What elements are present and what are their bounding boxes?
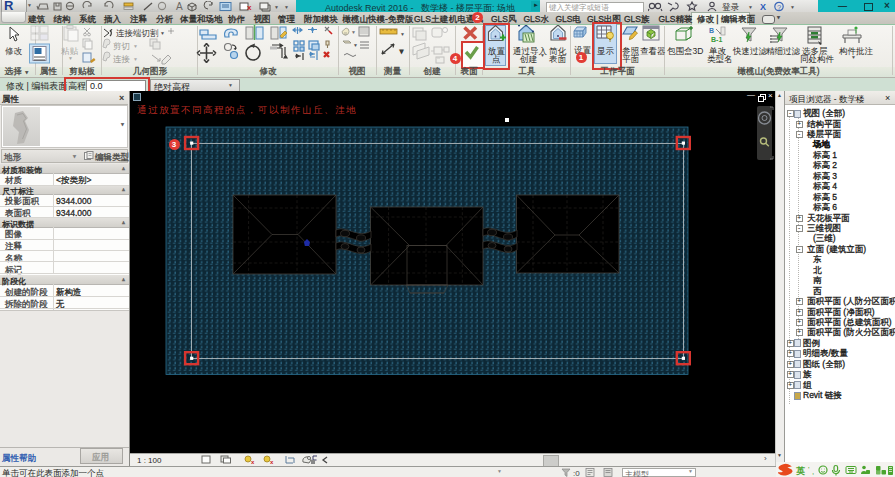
svg-text:': ' bbox=[808, 465, 810, 474]
svg-text:剪切: 剪切 bbox=[113, 41, 130, 51]
svg-text:x: x bbox=[247, 3, 252, 12]
svg-text:?: ? bbox=[777, 3, 781, 12]
svg-text:▼: ▼ bbox=[160, 30, 165, 36]
svg-text:▼: ▼ bbox=[274, 4, 279, 10]
svg-text:连接: 连接 bbox=[113, 54, 131, 64]
svg-text:,: , bbox=[812, 467, 814, 476]
svg-text:▼: ▼ bbox=[353, 42, 358, 48]
svg-text:X: X bbox=[760, 2, 766, 12]
svg-text:登录: 登录 bbox=[722, 2, 740, 12]
svg-text:▼: ▼ bbox=[284, 4, 289, 10]
svg-text:连接端切割: 连接端切割 bbox=[116, 28, 159, 38]
svg-text:x: x bbox=[270, 459, 274, 465]
svg-text:B: B bbox=[709, 27, 714, 34]
svg-text:x: x bbox=[251, 459, 255, 465]
svg-text:▼: ▼ bbox=[399, 48, 404, 54]
svg-text:▼: ▼ bbox=[351, 29, 356, 35]
svg-text:▼: ▼ bbox=[400, 31, 405, 37]
svg-text::0: :0 bbox=[573, 469, 580, 477]
svg-text:▼: ▼ bbox=[790, 4, 795, 10]
svg-text:A: A bbox=[176, 1, 183, 12]
svg-text:▼: ▼ bbox=[133, 43, 138, 49]
svg-text:▼: ▼ bbox=[133, 56, 138, 62]
svg-text:英: 英 bbox=[795, 466, 805, 476]
svg-text:B-1: B-1 bbox=[711, 36, 722, 43]
svg-text:▼: ▼ bbox=[748, 4, 753, 10]
